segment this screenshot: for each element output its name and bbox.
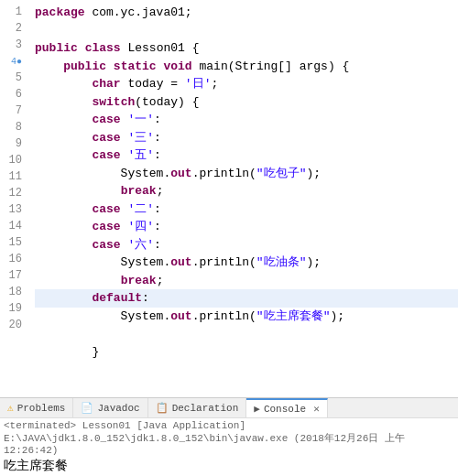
line-number-12: 12 (4, 185, 22, 201)
console-terminated: <terminated> Lesson01 [Java Application]… (4, 420, 454, 456)
code-line-6: switch(today) { (35, 93, 458, 112)
line-number-16: 16 (4, 251, 22, 267)
line-number-8: 8 (4, 119, 22, 135)
code-line-1: package com.yc.java01; (35, 4, 458, 22)
code-line-20: } (35, 343, 458, 362)
line-number-6: 6 (4, 86, 22, 103)
editor-area: 1234●567891011121314151617181920 package… (0, 0, 458, 397)
tab-label-declaration: Declaration (172, 403, 239, 414)
code-line-15: System.out.println("吃油条"); (35, 254, 458, 272)
code-line-19 (35, 325, 458, 343)
code-line-3: public class Lesson01 { (35, 39, 458, 58)
code-line-14: case '六': (35, 236, 458, 254)
line-number-1: 1 (4, 4, 22, 20)
line-number-14: 14 (4, 218, 22, 234)
bottom-tabs: ⚠Problems📄Javadoc📋Declaration▶Console✕ (0, 397, 458, 417)
tab-label-javadoc: Javadoc (97, 403, 139, 414)
code-line-16: break; (35, 272, 458, 290)
line-number-13: 13 (4, 201, 22, 218)
code-line-9: case '五': (35, 146, 458, 165)
code-line-11: break; (35, 182, 458, 200)
code-line-5: char today = '日'; (35, 75, 458, 93)
line-number-10: 10 (4, 152, 22, 168)
tab-label-problems: Problems (17, 403, 66, 414)
code-line-13: case '四': (35, 218, 458, 236)
line-number-9: 9 (4, 135, 22, 152)
code-line-10: System.out.println("吃包子"); (35, 165, 458, 183)
tab-javadoc[interactable]: 📄Javadoc (73, 398, 147, 417)
line-number-11: 11 (4, 168, 22, 185)
line-number-2: 2 (4, 20, 22, 37)
line-number-15: 15 (4, 234, 22, 251)
line-number-20: 20 (4, 317, 22, 333)
code-container: 1234●567891011121314151617181920 package… (0, 0, 458, 397)
line-number-7: 7 (4, 103, 22, 119)
line-number-18: 18 (4, 284, 22, 300)
line-number-5: 5 (4, 70, 22, 86)
code-line-7: case '一': (35, 111, 458, 129)
code-line-2 (35, 22, 458, 40)
tab-problems[interactable]: ⚠Problems (0, 398, 73, 417)
line-number-19: 19 (4, 300, 22, 317)
line-number-3: 3 (4, 37, 22, 53)
tab-label-console: Console (264, 404, 306, 415)
console-output: 吃主席套餐 (4, 458, 454, 474)
code-line-4: public static void main(String[] args) { (35, 58, 458, 76)
tab-declaration[interactable]: 📋Declaration (148, 398, 247, 417)
tab-console[interactable]: ▶Console✕ (246, 398, 327, 417)
code-line-12: case '二': (35, 200, 458, 219)
line-numbers: 1234●567891011121314151617181920 (0, 0, 27, 397)
console-area: <terminated> Lesson01 [Java Application]… (0, 417, 458, 476)
line-number-17: 17 (4, 267, 22, 284)
code-line-18: System.out.println("吃主席套餐"); (35, 308, 458, 326)
code-lines[interactable]: package com.yc.java01; public class Less… (27, 0, 458, 397)
tab-close-console[interactable]: ✕ (313, 403, 320, 415)
code-line-8: case '三': (35, 129, 458, 147)
line-number-4: 4● (4, 53, 22, 70)
code-line-17: default: (35, 289, 458, 308)
